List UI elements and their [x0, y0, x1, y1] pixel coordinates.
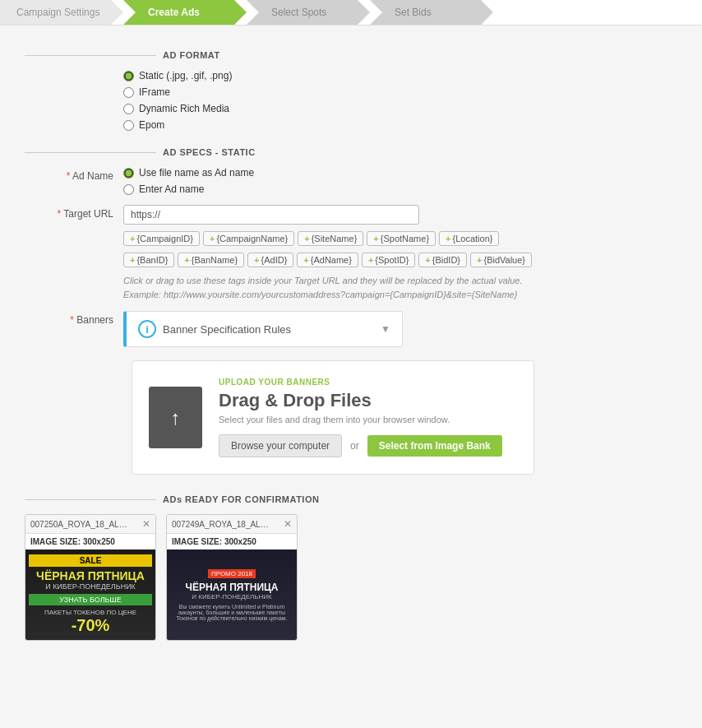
wizard-step-create-ads[interactable]: Create Ads: [123, 0, 247, 25]
radio-enter-name-label: Enter Ad name: [139, 183, 204, 195]
tag-bid-id[interactable]: {BidID}: [418, 253, 467, 267]
ad-cyber-monday: И КИБЕР-ПОНЕДЕЛЬНИК: [45, 582, 136, 591]
ad-specs-section-header: AD SPECS - STATIC: [25, 147, 677, 157]
chevron-down-icon: ▼: [381, 323, 390, 335]
radio-dynamic[interactable]: Dynamic Rich Media: [123, 103, 677, 114]
radio-enter-name[interactable]: Enter Ad name: [123, 183, 677, 195]
section-line-2: [25, 152, 156, 153]
radio-use-filename-input[interactable]: [123, 168, 134, 179]
upload-actions: Browse your computer or Select from Imag…: [219, 434, 517, 457]
radio-iframe-label: IFrame: [139, 86, 170, 98]
ads-ready-title: ADs READY FOR CONFIRMATION: [163, 494, 319, 504]
upload-subtitle: Select your files and drag them into you…: [219, 415, 517, 424]
radio-dynamic-label: Dynamic Rich Media: [139, 103, 229, 114]
ad-specs-title: AD SPECS - STATIC: [163, 147, 256, 157]
ad-card-1-header: 007250A_ROYA_18_ALL.... ✕: [25, 515, 155, 534]
image-bank-button[interactable]: Select from Image Bank: [367, 435, 502, 457]
tag-site-name[interactable]: {SiteName}: [298, 231, 363, 246]
target-url-label: Target URL: [25, 205, 123, 220]
wizard-step-campaign-settings[interactable]: Campaign Settings: [0, 0, 123, 25]
tags-hint: Click or drag to use these tags inside y…: [123, 274, 677, 301]
ad-format-radio-group: Static (.jpg, .gif, .png) IFrame Dynamic…: [123, 70, 677, 131]
ad-black-friday: ЧЁРНАЯ ПЯТНИЦА: [36, 569, 145, 582]
ad-card-2-header: 007249A_ROYA_18_ALL.... ✕: [167, 515, 297, 534]
ad-format-section-header: AD FORMAT: [25, 50, 677, 60]
wizard-step-select-spots[interactable]: Select Spots: [247, 0, 370, 25]
tag-spot-id[interactable]: {SpotID}: [362, 253, 415, 267]
ad-card-1-image: SALE ЧЁРНАЯ ПЯТНИЦА И КИБЕР-ПОНЕДЕЛЬНИК …: [25, 549, 155, 640]
radio-use-filename-label: Use file name as Ad name: [139, 167, 254, 179]
hint-line-2: Example: http://www.yoursite.com/yourcus…: [123, 290, 517, 299]
radio-dynamic-input[interactable]: [123, 104, 134, 114]
banners-content: i Banner Specification Rules ▼: [123, 311, 677, 347]
ad-price-text: -70%: [72, 616, 110, 635]
hint-line-1: Click or drag to use these tags inside y…: [123, 276, 523, 285]
banners-label: Banners: [25, 311, 123, 326]
ads-ready-header: ADs READY FOR CONFIRMATION: [25, 494, 677, 504]
upload-title-large: Drag & Drop Files: [219, 390, 517, 411]
target-url-row: Target URL {CampaignID} {CampaignName} {…: [25, 205, 677, 301]
wizard-step-set-bids[interactable]: Set Bids: [370, 0, 493, 25]
radio-epom[interactable]: Epom: [123, 119, 677, 131]
ad-card-1: 007250A_ROYA_18_ALL.... ✕ IMAGE SIZE: 30…: [25, 514, 156, 641]
tag-ad-name[interactable]: {AdName}: [297, 253, 358, 267]
radio-iframe-input[interactable]: [123, 87, 134, 98]
tag-bid-value[interactable]: {BidValue}: [470, 253, 532, 267]
banner-spec-box[interactable]: i Banner Specification Rules ▼: [123, 311, 403, 347]
ad-format-options: Static (.jpg, .gif, .png) IFrame Dynamic…: [123, 70, 677, 131]
radio-epom-input[interactable]: [123, 120, 134, 131]
ad-format-label: [25, 70, 123, 73]
ad-name-radio-group: Use file name as Ad name Enter Ad name: [123, 167, 677, 195]
wizard-step-label: Set Bids: [395, 7, 432, 18]
section-line-3: [25, 499, 156, 500]
wizard-step-label: Select Spots: [271, 7, 326, 18]
banners-row: Banners i Banner Specification Rules ▼: [25, 311, 677, 347]
upload-title-small: UPLOAD YOUR BANNERS: [219, 378, 517, 387]
or-label: or: [350, 440, 359, 452]
ad-card-2: 007249A_ROYA_18_ALL.... ✕ IMAGE SIZE: 30…: [166, 514, 298, 641]
radio-use-filename[interactable]: Use file name as Ad name: [123, 167, 677, 179]
tag-spot-name[interactable]: {SpotName}: [367, 231, 436, 246]
ad-card-2-close-button[interactable]: ✕: [284, 518, 292, 530]
ad-card-2-size-value: 300x250: [224, 537, 256, 546]
radio-static-label: Static (.jpg, .gif, .png): [139, 70, 232, 81]
ad-card-1-size-value: 300x250: [83, 537, 115, 546]
radio-enter-name-input[interactable]: [123, 184, 134, 195]
ad-card-2-size-row: IMAGE SIZE: 300x250: [167, 534, 297, 549]
ad-name-label: Ad Name: [25, 167, 123, 182]
ad-promo-text: Вы сможете купить Unlimited и Platinum а…: [170, 604, 293, 621]
ad-card-1-close-button[interactable]: ✕: [142, 518, 150, 530]
ad-promo-bar: ПРОМО 2018: [208, 569, 256, 578]
ad-sale-bar: SALE: [29, 554, 152, 567]
ad-card-1-size-label: IMAGE SIZE:: [30, 537, 81, 546]
tags-row-2: {BanID} {BanName} {AdID} {AdName} {SpotI…: [123, 253, 677, 267]
ad-card-1-filename: 007250A_ROYA_18_ALL....: [30, 520, 129, 529]
info-icon: i: [138, 320, 156, 338]
wizard-step-label: Create Ads: [148, 7, 200, 18]
upload-arrow-icon: ↑: [171, 406, 181, 429]
radio-static-input[interactable]: [123, 71, 134, 81]
wizard-step-label: Campaign Settings: [16, 7, 99, 18]
tag-ban-id[interactable]: {BanID}: [123, 253, 174, 267]
ad-learn-more: УЗНАТЬ БОЛЬШЕ: [29, 594, 152, 605]
tag-location[interactable]: {Location}: [439, 231, 499, 246]
radio-iframe[interactable]: IFrame: [123, 86, 677, 98]
ad-card-1-size-row: IMAGE SIZE: 300x250: [25, 534, 155, 549]
browse-button[interactable]: Browse your computer: [219, 434, 342, 457]
target-url-content: {CampaignID} {CampaignName} {SiteName} {…: [123, 205, 677, 301]
tags-row-1: {CampaignID} {CampaignName} {SiteName} {…: [123, 231, 677, 246]
tag-campaign-name[interactable]: {CampaignName}: [203, 231, 294, 246]
target-url-input[interactable]: [123, 205, 419, 225]
ad-black-friday-2: ЧЁРНАЯ ПЯТНИЦА: [185, 582, 278, 593]
main-content: AD FORMAT Static (.jpg, .gif, .png) IFra…: [0, 26, 702, 649]
ad-name-row: Ad Name Use file name as Ad name Enter A…: [25, 167, 677, 195]
ad-card-2-image: ПРОМО 2018 ЧЁРНАЯ ПЯТНИЦА И КИБЕР-ПОНЕДЕ…: [167, 549, 297, 640]
radio-static[interactable]: Static (.jpg, .gif, .png): [123, 70, 677, 81]
wizard-steps: Campaign Settings Create Ads Select Spot…: [0, 0, 702, 26]
ad-img-1-preview: SALE ЧЁРНАЯ ПЯТНИЦА И КИБЕР-ПОНЕДЕЛЬНИК …: [25, 549, 155, 640]
tag-ad-id[interactable]: {AdID}: [247, 253, 293, 267]
tag-ban-name[interactable]: {BanName}: [178, 253, 244, 267]
ad-card-2-filename: 007249A_ROYA_18_ALL....: [172, 520, 270, 529]
tag-campaign-id[interactable]: {CampaignID}: [123, 231, 200, 246]
ads-cards: 007250A_ROYA_18_ALL.... ✕ IMAGE SIZE: 30…: [25, 514, 677, 641]
